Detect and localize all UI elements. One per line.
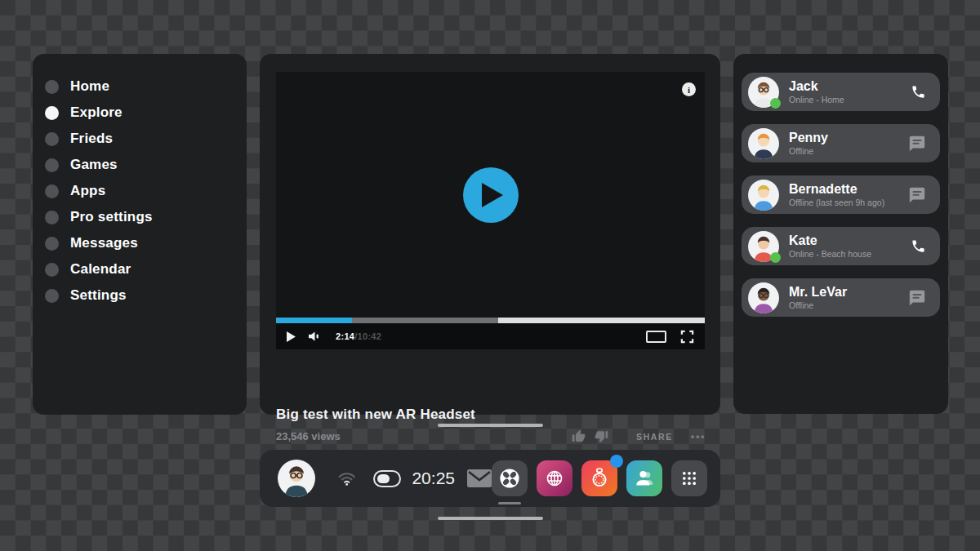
info-icon[interactable]: i (682, 82, 696, 96)
sidebar-item-calendar[interactable]: Calendar (45, 256, 247, 282)
chat-icon (908, 186, 926, 204)
time-display: 2:14/10:42 (336, 331, 381, 341)
sidebar-item-messages[interactable]: Messages (45, 230, 247, 256)
avatar (748, 282, 779, 313)
theater-mode-icon[interactable] (646, 331, 666, 343)
user-avatar[interactable] (278, 460, 315, 497)
chat-icon (908, 289, 926, 307)
progress-buffered (352, 318, 498, 323)
contacts-panel: JackOnline - HomePennyOfflineBernadetteO… (733, 54, 948, 414)
video-player: i (276, 72, 705, 349)
mail-button[interactable] (467, 469, 492, 487)
sidebar-item-games[interactable]: Games (45, 152, 247, 178)
contact-card-mr-levar[interactable]: Mr. LeVarOffline (742, 278, 940, 317)
dock-apps (492, 460, 707, 496)
menu-bullet-icon (45, 132, 59, 146)
app-grid-icon (675, 464, 703, 492)
panel-home-indicator[interactable] (438, 424, 543, 427)
fullscreen-button[interactable] (680, 330, 694, 344)
film-reel-icon (496, 464, 523, 492)
sidebar-item-label: Games (70, 157, 118, 173)
video-controls: 2:14/10:42 (276, 323, 705, 349)
more-options-button[interactable]: ••• (691, 430, 706, 442)
video-meta-row: 23,546 views SHARE ••• (276, 429, 706, 443)
online-status-dot (770, 98, 781, 109)
call-button[interactable] (911, 238, 926, 254)
progress-played (276, 318, 352, 323)
sidebar-item-label: Settings (70, 287, 127, 304)
contact-status: Online - Beach house (789, 250, 871, 259)
phone-icon (911, 84, 926, 100)
timer-app-button[interactable] (581, 460, 617, 496)
avatar (748, 180, 779, 211)
message-button[interactable] (908, 186, 926, 204)
contacts-icon (630, 464, 658, 492)
contact-card-kate[interactable]: KateOnline - Beach house (742, 227, 940, 265)
contact-card-bernadette[interactable]: BernadetteOffline (last seen 9h ago) (742, 176, 940, 214)
browser-app-button[interactable] (537, 460, 572, 496)
contact-card-penny[interactable]: PennyOffline (742, 124, 940, 162)
contact-name: Kate (789, 234, 871, 247)
sidebar-item-pro-settings[interactable]: Pro settings (45, 204, 247, 230)
call-button[interactable] (911, 84, 926, 100)
sidebar-item-settings[interactable]: Settings (45, 282, 247, 309)
video-screen[interactable]: i (276, 72, 705, 318)
sidebar-item-label: Pro settings (70, 209, 153, 225)
launcher-app-button[interactable] (671, 460, 707, 496)
avatar (748, 231, 779, 262)
menu-bullet-icon (45, 237, 59, 251)
menu-bullet-icon (45, 106, 59, 120)
sidebar-item-frieds[interactable]: Frieds (45, 126, 247, 152)
clock: 20:25 (412, 469, 455, 488)
active-app-indicator (498, 502, 521, 505)
volume-icon (309, 331, 321, 342)
thumbs-up-button[interactable] (572, 429, 586, 443)
time-current: 2:14 (336, 331, 354, 341)
progress-remaining (498, 318, 705, 323)
video-progress-bar[interactable] (276, 318, 705, 323)
avatar (748, 128, 779, 159)
play-control-button[interactable] (287, 331, 296, 342)
message-button[interactable] (908, 135, 926, 153)
dock-home-indicator[interactable] (438, 517, 543, 520)
notification-badge (610, 455, 623, 468)
globe-icon (541, 464, 568, 492)
message-button[interactable] (908, 289, 926, 307)
play-button[interactable] (463, 167, 519, 223)
sidebar-item-label: Home (70, 78, 109, 95)
contact-status: Offline (last seen 9h ago) (789, 198, 884, 207)
chat-icon (908, 135, 926, 153)
contact-card-jack[interactable]: JackOnline - Home (742, 73, 940, 111)
menu-bullet-icon (45, 289, 59, 303)
avatar (748, 77, 779, 108)
menu-bullet-icon (45, 158, 59, 172)
volume-button[interactable] (309, 331, 321, 342)
sidebar-item-home[interactable]: Home (45, 73, 247, 100)
contact-name: Mr. LeVar (789, 286, 847, 299)
contact-status: Offline (789, 301, 847, 310)
sidebar-item-explore[interactable]: Explore (45, 100, 247, 126)
media-app-button[interactable] (492, 460, 528, 496)
contact-name: Bernadette (789, 183, 884, 196)
contact-status: Online - Home (789, 96, 844, 104)
mail-icon (467, 469, 492, 487)
battery-icon (373, 470, 401, 487)
stopwatch-icon (586, 464, 613, 492)
thumbs-down-button[interactable] (595, 429, 608, 443)
online-status-dot (770, 252, 781, 263)
people-app-button[interactable] (626, 460, 662, 496)
contact-name: Penny (789, 131, 828, 144)
thumbs-down-icon (595, 429, 608, 443)
contact-status: Offline (789, 147, 828, 156)
desktop-background: HomeExploreFriedsGamesAppsPro settingsMe… (0, 0, 980, 551)
sidebar-item-apps[interactable]: Apps (45, 178, 247, 204)
wifi-icon (337, 468, 356, 489)
share-button[interactable]: SHARE (636, 432, 673, 442)
video-actions: SHARE ••• (572, 429, 706, 443)
video-panel: i (260, 54, 720, 415)
view-count: 23,546 views (276, 430, 341, 442)
contact-list: JackOnline - HomePennyOfflineBernadetteO… (742, 73, 940, 317)
menu-bullet-icon (45, 263, 59, 277)
phone-icon (911, 238, 926, 254)
contact-name: Jack (789, 80, 844, 93)
